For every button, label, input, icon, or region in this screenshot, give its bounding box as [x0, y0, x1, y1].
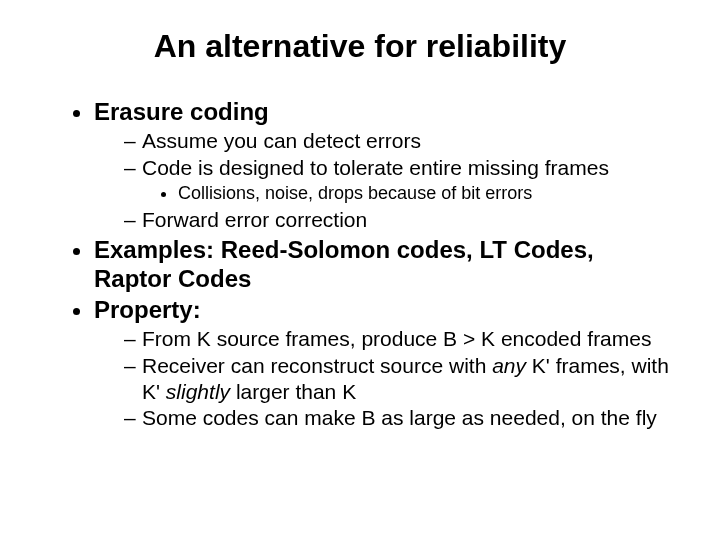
bullet-property: Property: From K source frames, produce …: [94, 295, 670, 431]
bullet-list: Erasure coding Assume you can detect err…: [50, 97, 670, 431]
subbullet-text: Forward error correction: [142, 208, 367, 231]
subbullet-text: Some codes can make B as large as needed…: [142, 406, 657, 429]
subbullet: Forward error correction: [124, 207, 670, 233]
bullet-erasure-coding: Erasure coding Assume you can detect err…: [94, 97, 670, 233]
sublist: From K source frames, produce B > K enco…: [94, 326, 670, 430]
bullet-text: Erasure coding: [94, 98, 269, 125]
subbullet-text: Code is designed to tolerate entire miss…: [142, 156, 609, 179]
slide-title: An alternative for reliability: [50, 28, 670, 65]
subbullet-text-part: Receiver can reconstruct source with: [142, 354, 492, 377]
bullet-text: Examples: Reed-Solomon codes, LT Codes, …: [94, 236, 594, 292]
subbullet-text-italic: slightly: [166, 380, 230, 403]
bullet-examples: Examples: Reed-Solomon codes, LT Codes, …: [94, 235, 670, 294]
subbullet: Some codes can make B as large as needed…: [124, 405, 670, 431]
subbullet: From K source frames, produce B > K enco…: [124, 326, 670, 352]
sublist: Assume you can detect errors Code is des…: [94, 128, 670, 232]
subsublist: Collisions, noise, drops because of bit …: [142, 182, 670, 205]
subbullet: Assume you can detect errors: [124, 128, 670, 154]
subbullet: Receiver can reconstruct source with any…: [124, 353, 670, 404]
subbullet-text: From K source frames, produce B > K enco…: [142, 327, 651, 350]
subbullet: Code is designed to tolerate entire miss…: [124, 155, 670, 205]
slide: An alternative for reliability Erasure c…: [0, 0, 720, 540]
subsubbullet: Collisions, noise, drops because of bit …: [178, 182, 670, 205]
subsubbullet-text: Collisions, noise, drops because of bit …: [178, 183, 532, 203]
bullet-text: Property:: [94, 296, 201, 323]
subbullet-text-italic: any: [492, 354, 526, 377]
subbullet-text-part: larger than K: [230, 380, 356, 403]
subbullet-text: Assume you can detect errors: [142, 129, 421, 152]
